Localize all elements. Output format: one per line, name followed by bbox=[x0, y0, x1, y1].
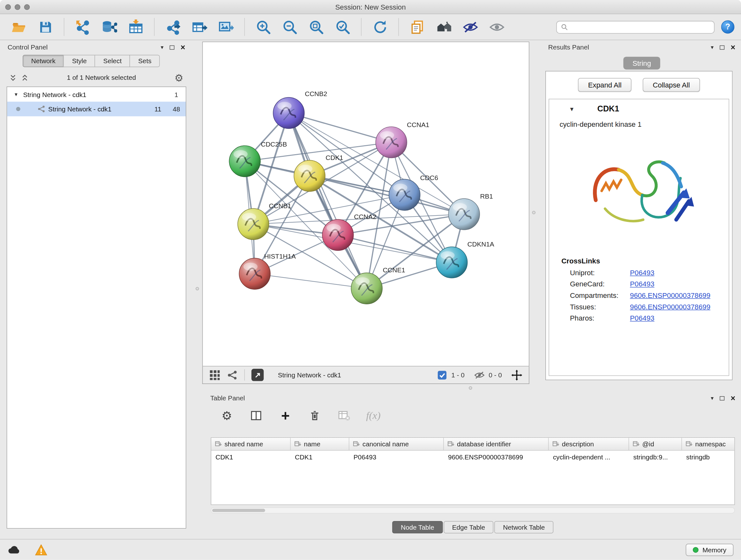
tab-edge-table[interactable]: Edge Table bbox=[444, 521, 494, 534]
crosslink-value-link[interactable]: P06493 bbox=[630, 268, 655, 276]
control-panel-close-button[interactable]: × bbox=[181, 44, 185, 51]
save-session-button[interactable] bbox=[33, 16, 58, 38]
search-input[interactable] bbox=[556, 20, 715, 33]
node-CCNB1[interactable]: CCNB1 bbox=[238, 202, 291, 240]
table-panel-menu-button[interactable]: ▾ bbox=[711, 395, 714, 401]
crosslink-value-link[interactable]: 9606.ENSP00000378699 bbox=[630, 291, 711, 299]
table-panel-close-button[interactable]: × bbox=[731, 394, 736, 402]
edge-CCNB2-CCNE1[interactable] bbox=[289, 113, 367, 288]
table-horizontal-scrollbar[interactable] bbox=[211, 507, 735, 513]
export-table-button[interactable] bbox=[187, 16, 212, 38]
node-CDC6[interactable]: CDC6 bbox=[389, 174, 438, 210]
right-splitter-handle[interactable] bbox=[532, 211, 535, 214]
column-header--id[interactable]: @id bbox=[629, 438, 682, 450]
memory-button[interactable]: Memory bbox=[686, 543, 733, 556]
tree-expand-icon[interactable]: ▼ bbox=[14, 91, 18, 97]
search-field[interactable] bbox=[571, 23, 710, 31]
refresh-view-button[interactable] bbox=[367, 16, 392, 38]
home-button[interactable] bbox=[431, 16, 456, 38]
open-in-string-button[interactable] bbox=[252, 369, 264, 381]
node-label: CDC25B bbox=[261, 140, 287, 148]
tab-select[interactable]: Select bbox=[95, 55, 130, 67]
column-header-shared-name[interactable]: shared name bbox=[211, 438, 291, 450]
help-button[interactable]: ? bbox=[721, 20, 734, 34]
scrollbar-thumb[interactable] bbox=[212, 509, 265, 512]
crosslink-value-link[interactable]: P06493 bbox=[630, 280, 655, 288]
delete-column-button[interactable] bbox=[307, 408, 323, 424]
clone-network-button[interactable] bbox=[405, 16, 429, 38]
hidden-eye-icon[interactable] bbox=[474, 369, 485, 380]
results-panel-close-button[interactable]: × bbox=[731, 44, 736, 51]
status-bar: Memory bbox=[0, 539, 741, 560]
collapse-all-tree-icon[interactable] bbox=[10, 74, 17, 81]
expand-all-tree-icon[interactable] bbox=[21, 74, 28, 81]
table-settings-button[interactable]: ⚙ bbox=[219, 408, 235, 424]
column-header-description[interactable]: description bbox=[549, 438, 629, 450]
node-HIST1H1A[interactable]: HIST1H1A bbox=[239, 253, 296, 289]
hide-selected-button[interactable] bbox=[458, 16, 482, 38]
bottom-splitter-handle[interactable] bbox=[469, 386, 472, 389]
node-CDKN1A[interactable]: CDKN1A bbox=[436, 240, 494, 278]
birds-eye-view-icon[interactable] bbox=[209, 369, 220, 380]
crosslink-label: GeneCard: bbox=[570, 280, 630, 288]
table-row[interactable]: CDK1CDK1P064939606.ENSP00000378699cyclin… bbox=[211, 450, 734, 463]
zoom-in-button[interactable] bbox=[251, 16, 275, 38]
column-header-namespac[interactable]: namespac bbox=[682, 438, 735, 450]
crosslink-value-link[interactable]: 9606.ENSP00000378699 bbox=[630, 303, 711, 311]
tab-network[interactable]: Network bbox=[23, 55, 64, 67]
network-row-selected[interactable]: String Network - cdk1 11 48 bbox=[7, 102, 186, 116]
column-header-database-identifier[interactable]: database identifier bbox=[444, 438, 549, 450]
import-network-file-button[interactable] bbox=[71, 16, 95, 38]
edge-HIST1H1A-CCNE1[interactable] bbox=[255, 273, 367, 288]
cloud-icon[interactable] bbox=[8, 545, 21, 555]
tab-string[interactable]: String bbox=[623, 57, 660, 70]
tab-node-table[interactable]: Node Table bbox=[392, 521, 443, 534]
zoom-selected-button[interactable] bbox=[330, 16, 355, 38]
table-panel-float-button[interactable] bbox=[720, 396, 725, 400]
string-network-icon[interactable] bbox=[227, 369, 238, 380]
results-panel-float-button[interactable] bbox=[720, 45, 725, 49]
node-CCNA1[interactable]: CCNA1 bbox=[376, 121, 429, 158]
tab-style[interactable]: Style bbox=[64, 55, 95, 67]
crosslink-value-link[interactable]: P06493 bbox=[630, 314, 655, 322]
column-header-name[interactable]: name bbox=[291, 438, 349, 450]
open-session-button[interactable] bbox=[7, 16, 31, 38]
import-network-file-icon bbox=[75, 19, 91, 35]
control-panel-float-button[interactable] bbox=[170, 45, 175, 49]
protein-section-header[interactable]: ▼ CDK1 bbox=[549, 99, 729, 119]
results-panel-menu-button[interactable]: ▾ bbox=[711, 44, 714, 50]
add-column-button[interactable]: + bbox=[277, 408, 293, 424]
zoom-out-button[interactable] bbox=[277, 16, 302, 38]
import-table-button[interactable] bbox=[124, 16, 148, 38]
control-panel-menu-button[interactable]: ▾ bbox=[161, 44, 164, 50]
node-label: CCNE1 bbox=[383, 266, 405, 273]
network-options-gear-icon[interactable]: ⚙ bbox=[175, 72, 184, 82]
zoom-fit-button[interactable] bbox=[304, 16, 328, 38]
tab-network-table[interactable]: Network Table bbox=[495, 521, 553, 534]
export-network-button[interactable] bbox=[161, 16, 185, 38]
export-image-button[interactable] bbox=[213, 16, 238, 38]
show-columns-button[interactable] bbox=[248, 408, 264, 424]
clone-network-icon bbox=[409, 19, 425, 35]
node-label: CDC6 bbox=[420, 174, 438, 181]
warning-icon[interactable] bbox=[35, 544, 48, 556]
column-header-canonical-name[interactable]: canonical name bbox=[349, 438, 444, 450]
node-RB1[interactable]: RB1 bbox=[448, 192, 493, 230]
node-CCNB2[interactable]: CCNB2 bbox=[273, 90, 327, 129]
pan-crosshair-icon[interactable] bbox=[511, 369, 522, 380]
selected-checkbox-icon[interactable] bbox=[436, 369, 448, 380]
node-CDK1[interactable]: CDK1 bbox=[294, 154, 343, 192]
network-graph[interactable]: CCNB2 CCNA1 CDC25B CDK1 CDC6 bbox=[203, 42, 529, 367]
section-collapse-icon[interactable]: ▼ bbox=[569, 106, 575, 113]
left-splitter-handle[interactable] bbox=[196, 287, 199, 290]
show-all-button[interactable] bbox=[484, 16, 509, 38]
application-window: Session: New Session ? Control Panel ▾ × bbox=[0, 0, 741, 560]
edge-CCNA2-CDKN1A[interactable] bbox=[338, 235, 452, 262]
tab-sets[interactable]: Sets bbox=[130, 55, 160, 67]
network-canvas[interactable]: CCNB2 CCNA1 CDC25B CDK1 CDC6 bbox=[202, 42, 529, 366]
import-network-database-button[interactable] bbox=[97, 16, 122, 38]
collection-label: String Network - cdk1 bbox=[23, 91, 86, 98]
network-collection-row[interactable]: ▼ String Network - cdk1 1 bbox=[7, 87, 186, 102]
expand-all-button[interactable]: Expand All bbox=[578, 78, 631, 91]
collapse-all-button[interactable]: Collapse All bbox=[643, 78, 699, 91]
